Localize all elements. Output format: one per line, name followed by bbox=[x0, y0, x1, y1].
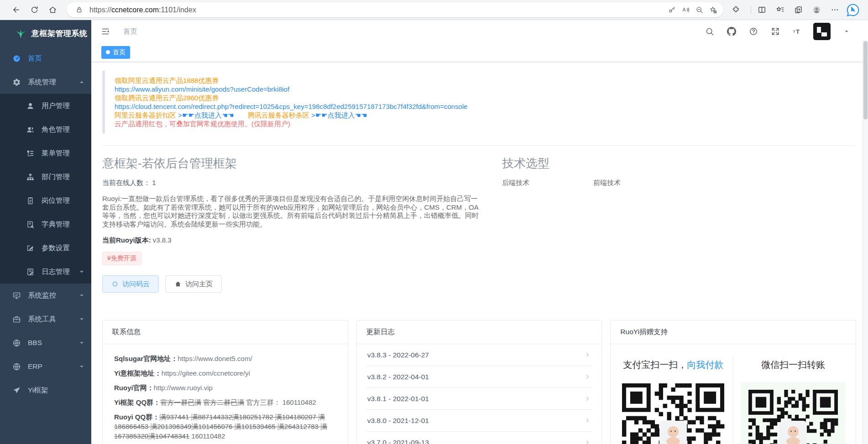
split-screen-icon[interactable] bbox=[755, 3, 769, 17]
app-topbar: 首页 TT bbox=[91, 20, 868, 43]
contact-label: Ruoyi QQ群： bbox=[114, 413, 159, 421]
alipay-header: 支付宝扫一扫，向我付款 bbox=[613, 359, 733, 371]
read-aloud-icon[interactable]: A bbox=[679, 3, 692, 17]
sidebar-item[interactable]: 日志管理 bbox=[0, 260, 91, 284]
browser-home-icon[interactable] bbox=[46, 3, 59, 17]
version-line: 当前Ruoyi版本: v3.8.3 bbox=[102, 236, 484, 245]
lock-icon[interactable] bbox=[72, 3, 86, 17]
notice-text: 云产品通用红包，可叠加官网常规优惠使用。(仅限新用户) bbox=[115, 120, 290, 128]
sidebar-item[interactable]: Yi框架 bbox=[0, 378, 91, 402]
changelog-item[interactable]: v3.7.0 - 2021-09-13 bbox=[366, 432, 592, 444]
notice-link[interactable]: >☛☛点我进入☚☚ bbox=[311, 111, 367, 119]
changelog-item[interactable]: v3.8.3 - 2022-06-27 bbox=[366, 344, 592, 366]
favorite-star-icon[interactable] bbox=[706, 3, 720, 17]
changelog-item[interactable]: v3.8.0 - 2021-12-01 bbox=[366, 410, 592, 432]
zoom-out-icon[interactable] bbox=[692, 3, 706, 17]
svg-text:T: T bbox=[793, 30, 795, 34]
notice-line: 云产品通用红包，可叠加官网常规优惠使用。(仅限新用户) bbox=[115, 119, 856, 128]
app-logo[interactable]: 意框架管理系统 bbox=[0, 20, 91, 46]
tab-home[interactable]: 首页 bbox=[101, 46, 130, 59]
notice-link[interactable]: https://cloud.tencent.com/redirect.php?r… bbox=[115, 103, 467, 110]
sidebar-toggle-icon[interactable] bbox=[99, 26, 111, 37]
collections-icon[interactable] bbox=[791, 3, 805, 17]
sidebar-item[interactable]: 首页 bbox=[0, 46, 91, 70]
favorites-icon[interactable] bbox=[773, 3, 787, 17]
sidebar-item[interactable]: BBS bbox=[0, 331, 91, 355]
menu-item-label: ERP bbox=[28, 362, 42, 371]
gitee-circle-icon bbox=[111, 280, 119, 288]
contact-link[interactable]: https://gitee.com/ccnetcore/yi bbox=[162, 369, 250, 377]
donate-card-title: RuoYi捐赠支持 bbox=[611, 320, 856, 344]
sidebar-item[interactable]: ERP bbox=[0, 355, 91, 378]
page-scrollbar[interactable] bbox=[863, 40, 868, 444]
menu-item-label: 用户管理 bbox=[42, 101, 70, 111]
contact-label: Yi框架 QQ群： bbox=[114, 398, 160, 406]
visit-gitee-button[interactable]: 访问码云 bbox=[102, 275, 159, 293]
sidebar-item[interactable]: 系统工具 bbox=[0, 307, 91, 331]
search-icon[interactable] bbox=[704, 26, 716, 37]
alipay-qr-code bbox=[621, 382, 726, 444]
profile-avatar[interactable] bbox=[810, 3, 823, 17]
changelog-item[interactable]: v3.8.2 - 2022-04-01 bbox=[366, 366, 592, 388]
breadcrumb: 首页 bbox=[123, 27, 137, 36]
url-host: ccnetcore.com bbox=[111, 6, 159, 14]
extensions-icon[interactable] bbox=[729, 3, 743, 17]
menu-caret-icon bbox=[78, 339, 86, 347]
url-text[interactable]: https://ccnetcore.com:1101/index bbox=[89, 6, 665, 14]
more-menu-icon[interactable] bbox=[828, 3, 842, 17]
bottom-cards: 联系信息 Sqlsugar官网地址：https://www.donet5.com… bbox=[102, 320, 856, 444]
menu-item-label: 参数设置 bbox=[42, 243, 70, 253]
contact-link[interactable]: https://www.donet5.com/ bbox=[178, 355, 252, 362]
visit-gitee-label: 访问码云 bbox=[122, 280, 150, 289]
sidebar-item[interactable]: 部门管理 bbox=[0, 165, 91, 189]
sidebar-item[interactable]: 系统监控 bbox=[0, 284, 91, 307]
changelog-list: v3.8.3 - 2022-06-27 v3.8.2 - 2022-04-01 … bbox=[357, 344, 602, 444]
avatar-caret-icon[interactable] bbox=[841, 26, 852, 37]
notice-text: 领取腾讯云通用云产品2860优惠券 bbox=[115, 94, 219, 102]
contact-row: Yi意框架地址：https://gitee.com/ccnetcore/yi bbox=[114, 368, 336, 378]
sidebar-item[interactable]: 参数设置 bbox=[0, 236, 91, 260]
tag-label: 首页 bbox=[113, 48, 125, 57]
contact-link[interactable]: http://www.ruoyi.vip bbox=[154, 384, 213, 392]
github-icon[interactable] bbox=[726, 26, 737, 37]
wechat-header: 微信扫一扫转账 bbox=[733, 359, 853, 371]
sidebar-item[interactable]: 字典管理 bbox=[0, 212, 91, 236]
sidebar-item[interactable]: 菜单管理 bbox=[0, 141, 91, 165]
app: 意框架管理系统 首页 系统管理 用户管理 bbox=[0, 20, 868, 444]
back-icon[interactable] bbox=[9, 3, 23, 17]
alipay-pay-link[interactable]: 向我付款 bbox=[687, 360, 723, 370]
changelog-item[interactable]: v3.8.1 - 2022-01-01 bbox=[366, 388, 592, 410]
sidebar-menu: 首页 系统管理 用户管理 角色管理 bbox=[0, 46, 91, 402]
notice-text bbox=[234, 111, 248, 119]
font-size-icon[interactable]: TT bbox=[791, 26, 803, 37]
main-area: 首页 TT 首页 领取阿里云通用云产品1888优惠券ht bbox=[91, 20, 868, 444]
intro-section: 意框架-若依后台管理框架 当前在线人数： 1 Ruoyi:一直想做一款后台管理系… bbox=[102, 155, 856, 293]
frontend-tech-column: 前端技术 bbox=[593, 179, 685, 199]
tech-section: 技术选型 后端技术 前端技术 bbox=[502, 155, 685, 293]
visit-homepage-button[interactable]: 访问主页 bbox=[165, 275, 222, 293]
sidebar-item[interactable]: 岗位管理 bbox=[0, 189, 91, 212]
help-icon[interactable] bbox=[748, 26, 759, 37]
sidebar-item[interactable]: 用户管理 bbox=[0, 94, 91, 118]
fullscreen-icon[interactable] bbox=[769, 26, 781, 37]
bing-chat-icon[interactable] bbox=[846, 3, 860, 17]
menu-caret-icon bbox=[78, 315, 86, 323]
menu-item-icon bbox=[26, 102, 35, 110]
menu-item-icon bbox=[26, 125, 35, 134]
notice-link[interactable]: >☛☛点我进入☚☚ bbox=[178, 111, 234, 119]
refresh-icon[interactable] bbox=[27, 3, 41, 17]
version-label: 当前Ruoyi版本: bbox=[102, 236, 151, 244]
sidebar-item[interactable]: 角色管理 bbox=[0, 118, 91, 141]
contact-value: 官方二群已满 bbox=[203, 398, 244, 406]
notice-line: https://cloud.tencent.com/redirect.php?r… bbox=[115, 102, 856, 111]
url-bar[interactable]: https://ccnetcore.com:1101/index A bbox=[67, 2, 723, 17]
menu-item-icon bbox=[12, 291, 21, 300]
password-key-icon[interactable] bbox=[665, 3, 679, 17]
scrollbar-thumb[interactable] bbox=[863, 41, 868, 119]
user-avatar[interactable] bbox=[813, 23, 831, 40]
changelog-item-label: v3.7.0 - 2021-09-13 bbox=[367, 439, 429, 444]
notice-link[interactable]: https://www.aliyun.com/minisite/goods?us… bbox=[115, 85, 289, 93]
intro-paragraph: Ruoyi:一直想做一款后台管理系统，看了很多优秀的开源项目但是发现没有合适自己… bbox=[102, 195, 484, 228]
intro-left: 意框架-若依后台管理框架 当前在线人数： 1 Ruoyi:一直想做一款后台管理系… bbox=[102, 155, 484, 293]
sidebar-item[interactable]: 系统管理 bbox=[0, 70, 91, 94]
